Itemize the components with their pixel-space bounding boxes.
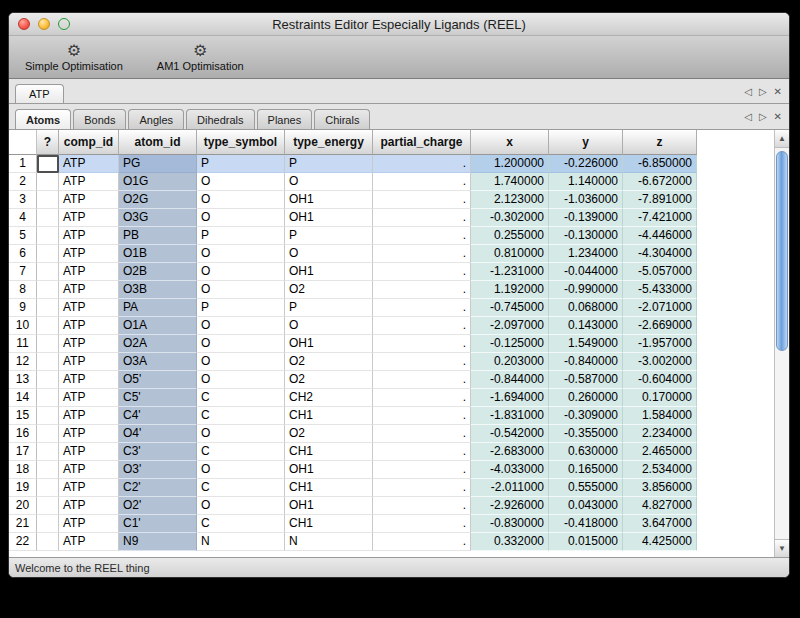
cell-charge[interactable]: . bbox=[373, 227, 471, 245]
cell-energy[interactable]: OH1 bbox=[285, 497, 373, 515]
cell-energy[interactable]: O2 bbox=[285, 371, 373, 389]
cell-sym[interactable]: C bbox=[197, 407, 285, 425]
table-row[interactable]: 16ATPO4'OO2.-0.542000-0.3550002.234000 bbox=[9, 425, 774, 443]
cell-atom[interactable]: O1B bbox=[119, 245, 197, 263]
cell-charge[interactable]: . bbox=[373, 515, 471, 533]
cell-sym[interactable]: C bbox=[197, 443, 285, 461]
cell-energy[interactable]: OH1 bbox=[285, 191, 373, 209]
cell-energy[interactable]: N bbox=[285, 533, 373, 551]
cell-sym[interactable]: N bbox=[197, 533, 285, 551]
cell-atom[interactable]: C1' bbox=[119, 515, 197, 533]
cell-z[interactable]: -6.850000 bbox=[623, 155, 697, 173]
tab-close-icon[interactable]: ✕ bbox=[774, 111, 782, 122]
column-header-partial_charge[interactable]: partial_charge bbox=[373, 130, 471, 155]
cell-y[interactable]: -0.139000 bbox=[549, 209, 623, 227]
cell-z[interactable]: 3.856000 bbox=[623, 479, 697, 497]
table-row[interactable]: 6ATPO1BOO.0.8100001.234000-4.304000 bbox=[9, 245, 774, 263]
cell-comp[interactable]: ATP bbox=[59, 209, 119, 227]
cell-charge[interactable]: . bbox=[373, 317, 471, 335]
cell-q[interactable] bbox=[37, 533, 59, 551]
cell-charge[interactable]: . bbox=[373, 191, 471, 209]
cell-y[interactable]: 0.015000 bbox=[549, 533, 623, 551]
cell-comp[interactable]: ATP bbox=[59, 263, 119, 281]
cell-comp[interactable]: ATP bbox=[59, 155, 119, 173]
cell-x[interactable]: -2.683000 bbox=[471, 443, 549, 461]
cell-comp[interactable]: ATP bbox=[59, 245, 119, 263]
cell-q[interactable] bbox=[37, 155, 59, 173]
cell-z[interactable]: -3.002000 bbox=[623, 353, 697, 371]
cell-q[interactable] bbox=[37, 443, 59, 461]
cell-sym[interactable]: O bbox=[197, 173, 285, 191]
close-window-icon[interactable] bbox=[18, 18, 30, 30]
cell-atom[interactable]: O5' bbox=[119, 371, 197, 389]
cell-x[interactable]: 0.203000 bbox=[471, 353, 549, 371]
cell-energy[interactable]: P bbox=[285, 299, 373, 317]
cell-q[interactable] bbox=[37, 407, 59, 425]
cell-y[interactable]: -0.355000 bbox=[549, 425, 623, 443]
cell-comp[interactable]: ATP bbox=[59, 299, 119, 317]
am1-optimisation-button[interactable]: ⚙ AM1 Optimisation bbox=[149, 41, 252, 73]
cell-q[interactable] bbox=[37, 173, 59, 191]
tab-scroll-right-icon[interactable]: ▷ bbox=[759, 111, 767, 122]
table-row[interactable]: 11ATPO2AOOH1.-0.1250001.549000-1.957000 bbox=[9, 335, 774, 353]
cell-q[interactable] bbox=[37, 461, 59, 479]
cell-z[interactable]: -4.304000 bbox=[623, 245, 697, 263]
cell-atom[interactable]: N9 bbox=[119, 533, 197, 551]
cell-sym[interactable]: C bbox=[197, 389, 285, 407]
cell-comp[interactable]: ATP bbox=[59, 335, 119, 353]
cell-energy[interactable]: O bbox=[285, 173, 373, 191]
cell-y[interactable]: -0.309000 bbox=[549, 407, 623, 425]
column-header-y[interactable]: y bbox=[549, 130, 623, 155]
table-row[interactable]: 3ATPO2GOOH1.2.123000-1.036000-7.891000 bbox=[9, 191, 774, 209]
cell-comp[interactable]: ATP bbox=[59, 281, 119, 299]
cell-energy[interactable]: CH1 bbox=[285, 479, 373, 497]
cell-atom[interactable]: O3B bbox=[119, 281, 197, 299]
cell-atom[interactable]: O3G bbox=[119, 209, 197, 227]
cell-comp[interactable]: ATP bbox=[59, 389, 119, 407]
cell-energy[interactable]: CH2 bbox=[285, 389, 373, 407]
cell-comp[interactable]: ATP bbox=[59, 317, 119, 335]
cell-x[interactable]: -4.033000 bbox=[471, 461, 549, 479]
cell-x[interactable]: 1.200000 bbox=[471, 155, 549, 173]
cell-y[interactable]: -0.840000 bbox=[549, 353, 623, 371]
cell-energy[interactable]: O bbox=[285, 245, 373, 263]
cell-x[interactable]: -1.831000 bbox=[471, 407, 549, 425]
cell-q[interactable] bbox=[37, 497, 59, 515]
cell-atom[interactable]: O4' bbox=[119, 425, 197, 443]
cell-charge[interactable]: . bbox=[373, 479, 471, 497]
cell-z[interactable]: -7.421000 bbox=[623, 209, 697, 227]
cell-energy[interactable]: OH1 bbox=[285, 263, 373, 281]
scroll-up-icon[interactable]: ▲ bbox=[775, 130, 789, 148]
table-row[interactable]: 7ATPO2BOOH1.-1.231000-0.044000-5.057000 bbox=[9, 263, 774, 281]
table-row[interactable]: 15ATPC4'CCH1.-1.831000-0.3090001.584000 bbox=[9, 407, 774, 425]
cell-energy[interactable]: CH1 bbox=[285, 407, 373, 425]
cell-comp[interactable]: ATP bbox=[59, 173, 119, 191]
cell-atom[interactable]: C2' bbox=[119, 479, 197, 497]
cell-y[interactable]: -0.130000 bbox=[549, 227, 623, 245]
cell-atom[interactable]: O2A bbox=[119, 335, 197, 353]
cell-energy[interactable]: P bbox=[285, 227, 373, 245]
title-bar[interactable]: Restraints Editor Especially Ligands (RE… bbox=[9, 13, 789, 36]
cell-charge[interactable]: . bbox=[373, 425, 471, 443]
cell-energy[interactable]: O2 bbox=[285, 281, 373, 299]
simple-optimisation-button[interactable]: ⚙ Simple Optimisation bbox=[17, 41, 131, 73]
cell-x[interactable]: 0.810000 bbox=[471, 245, 549, 263]
column-header-type_symbol[interactable]: type_symbol bbox=[197, 130, 285, 155]
vertical-scrollbar[interactable]: ▲ ▼ bbox=[774, 130, 789, 557]
cell-q[interactable] bbox=[37, 227, 59, 245]
cell-x[interactable]: -0.745000 bbox=[471, 299, 549, 317]
cell-comp[interactable]: ATP bbox=[59, 515, 119, 533]
cell-energy[interactable]: CH1 bbox=[285, 515, 373, 533]
cell-x[interactable]: -2.926000 bbox=[471, 497, 549, 515]
cell-atom[interactable]: PA bbox=[119, 299, 197, 317]
table-row[interactable]: 9ATPPAPP.-0.7450000.068000-2.071000 bbox=[9, 299, 774, 317]
cell-charge[interactable]: . bbox=[373, 263, 471, 281]
table-row[interactable]: 21ATPC1'CCH1.-0.830000-0.4180003.647000 bbox=[9, 515, 774, 533]
cell-z[interactable]: 2.465000 bbox=[623, 443, 697, 461]
cell-sym[interactable]: O bbox=[197, 191, 285, 209]
cell-y[interactable]: 1.234000 bbox=[549, 245, 623, 263]
cell-x[interactable]: -0.125000 bbox=[471, 335, 549, 353]
cell-sym[interactable]: C bbox=[197, 479, 285, 497]
table-row[interactable]: 18ATPO3'OOH1.-4.0330000.1650002.534000 bbox=[9, 461, 774, 479]
cell-comp[interactable]: ATP bbox=[59, 497, 119, 515]
